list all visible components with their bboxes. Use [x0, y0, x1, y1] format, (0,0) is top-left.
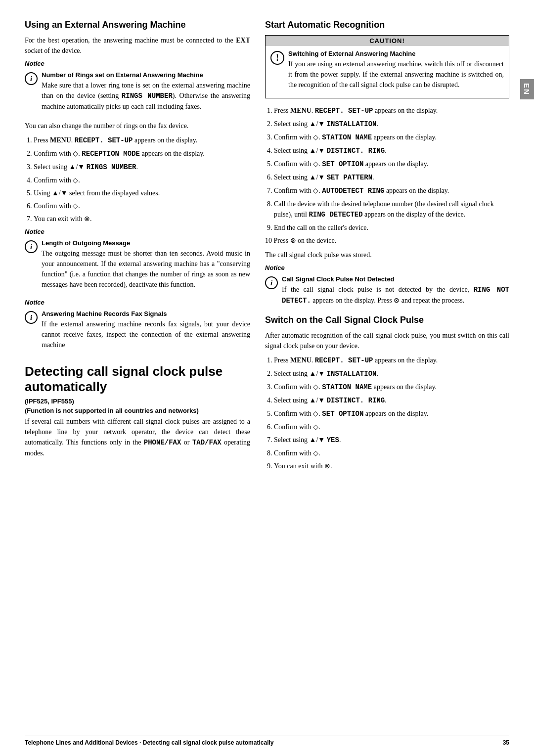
en-tab: EN	[520, 79, 534, 99]
notice3-box: i Answering Machine Records Fax Signals …	[25, 310, 250, 354]
step3-7: Select using ▲/▼ YES.	[274, 435, 509, 445]
step3-9: You can exit with ⊗.	[274, 461, 509, 471]
notice4-box: i Call Signal Clock Pulse Not Detected I…	[265, 275, 509, 310]
notice1-title: Number of Rings set on External Answerin…	[42, 71, 250, 79]
notice1-content: Number of Rings set on External Answerin…	[42, 71, 250, 116]
caution-text: If you are using an external answering m…	[288, 59, 504, 90]
step1-7: You can exit with ⊗.	[34, 214, 250, 224]
notice3-label: Notice	[25, 299, 250, 306]
step3-2: Select using ▲/▼ INSTALLATION.	[274, 368, 509, 379]
step1-4: Confirm with ◇.	[34, 175, 250, 185]
notice1-box: i Number of Rings set on External Answer…	[25, 71, 250, 116]
notice4-label: Notice	[265, 264, 509, 271]
notice1-icon: i	[25, 72, 38, 85]
step2-8: Call the device with the desired telepho…	[274, 199, 509, 220]
model-label: (IPF525, IPF555)	[25, 398, 250, 405]
function-label: (Function is not supported in all countr…	[25, 407, 250, 414]
notice2-box: i Length of Outgoing Message The outgoin…	[25, 239, 250, 294]
notice3-title: Answering Machine Records Fax Signals	[42, 310, 250, 317]
step1-2: Confirm with ◇. RECEPTION MODE appears o…	[34, 148, 250, 159]
footer-left: Telephone Lines and Additional Devices ·…	[25, 739, 273, 746]
change-rings-text: You can also change the number of rings …	[25, 121, 250, 131]
notice1-text: Make sure that a lower ring tone is set …	[42, 80, 250, 112]
caution-icon: !	[270, 51, 284, 65]
section2-title: Start Automatic Recognition	[265, 20, 509, 30]
section3-intro: After automatic recognition of the call …	[265, 330, 509, 351]
big-title: Detecting call signal clock pulse automa…	[25, 364, 250, 395]
footer-right: 35	[503, 739, 509, 746]
step3-5: Confirm with ◇. SET OPTION appears on th…	[274, 408, 509, 419]
notice3-icon: i	[25, 311, 38, 324]
step2-10: 10 Press ⊗ on the device.	[265, 235, 509, 246]
section1-title: Using an External Answering Machine	[25, 20, 250, 30]
steps3-list: Press MENU. RECEPT. SET-UP appears on th…	[274, 355, 509, 471]
caution-content: ! Switching of External Answering Machin…	[266, 46, 509, 98]
step1-3: Select using ▲/▼ RINGS NUMBER.	[34, 162, 250, 173]
step3-3: Confirm with ◇. STATION NAME appears on …	[274, 382, 509, 393]
main-columns: Using an External Answering Machine For …	[25, 20, 509, 475]
notice4-title: Call Signal Clock Pulse Not Detected	[282, 275, 509, 283]
step1-5: Using ▲/▼ select from the displayed valu…	[34, 188, 250, 198]
caution-text-block: Switching of External Answering Machine …	[288, 50, 504, 94]
notice4-content: Call Signal Clock Pulse Not Detected If …	[282, 275, 509, 310]
left-column: Using an External Answering Machine For …	[25, 20, 250, 475]
notice3-text: If the external answering machine record…	[42, 319, 250, 350]
notice1-label: Notice	[25, 60, 250, 67]
caution-box: CAUTION! ! Switching of External Answeri…	[265, 35, 509, 98]
notice4-icon: i	[265, 276, 278, 289]
notice2-text: The outgoing message must be shorter tha…	[42, 248, 250, 290]
step2-9: End the call on the caller's device.	[274, 222, 509, 233]
step2-4: Select using ▲/▼ DISTINCT. RING.	[274, 145, 509, 156]
step3-8: Confirm with ◇.	[274, 448, 509, 458]
section3-title: Switch on the Call Signal Clock Pulse	[265, 315, 509, 325]
caution-header: CAUTION!	[266, 36, 509, 46]
right-column: Start Automatic Recognition CAUTION! ! S…	[265, 20, 509, 475]
step3-6: Confirm with ◇.	[274, 422, 509, 432]
caution-title: Switching of External Answering Machine	[288, 50, 504, 57]
big-intro: If several call numbers with different c…	[25, 416, 250, 458]
step3-4: Select using ▲/▼ DISTINCT. RING.	[274, 395, 509, 406]
big-section: Detecting call signal clock pulse automa…	[25, 364, 250, 458]
step2-7: Confirm with ◇. AUTODETECT RING appears …	[274, 185, 509, 196]
step2-3: Confirm with ◇. STATION NAME appears on …	[274, 132, 509, 143]
step2-5: Confirm with ◇. SET OPTION appears on th…	[274, 159, 509, 170]
step2-2: Select using ▲/▼ INSTALLATION.	[274, 119, 509, 130]
notice2-content: Length of Outgoing Message The outgoing …	[42, 239, 250, 294]
step3-1: Press MENU. RECEPT. SET-UP appears on th…	[274, 355, 509, 366]
stored-text: The call signal clock pulse was stored.	[265, 250, 509, 260]
notice2-label: Notice	[25, 228, 250, 235]
section1-intro: For the best operation, the answering ma…	[25, 35, 250, 56]
step1-1: Press MENU. RECEPT. SET-UP appears on th…	[34, 135, 250, 146]
notice2-icon: i	[25, 240, 38, 253]
page-container: EN Using an External Answering Machine F…	[0, 0, 534, 756]
step1-6: Confirm with ◇.	[34, 201, 250, 211]
notice2-title: Length of Outgoing Message	[42, 239, 250, 247]
step2-6: Select using ▲/▼ SET PATTERN.	[274, 172, 509, 183]
notice4-text: If the call signal clock pulse is not de…	[282, 284, 509, 306]
notice3-content: Answering Machine Records Fax Signals If…	[42, 310, 250, 354]
steps2-list: Press MENU. RECEPT. SET-UP appears on th…	[274, 105, 509, 246]
step2-1: Press MENU. RECEPT. SET-UP appears on th…	[274, 105, 509, 116]
footer: Telephone Lines and Additional Devices ·…	[25, 736, 509, 746]
steps1-list: Press MENU. RECEPT. SET-UP appears on th…	[34, 135, 250, 224]
